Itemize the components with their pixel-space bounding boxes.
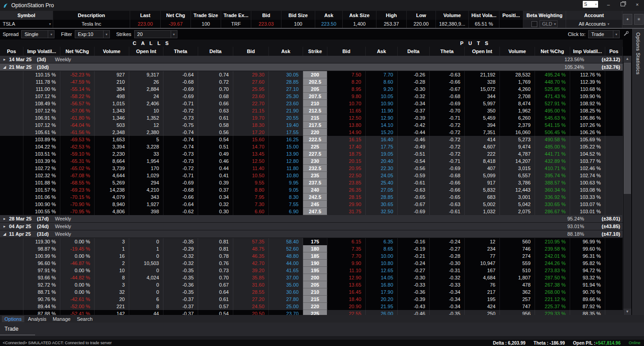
- restore-button[interactable]: [619, 2, 627, 7]
- put-bid-cell[interactable]: 8.20: [327, 78, 366, 85]
- call-bid-cell[interactable]: 6.60: [233, 208, 269, 215]
- call-ask-cell[interactable]: 41.65: [269, 267, 303, 274]
- call-bid-cell[interactable]: 27.60: [233, 78, 269, 85]
- click-to-select[interactable]: Trade▾: [588, 30, 620, 38]
- strike-cell[interactable]: 237.5: [303, 179, 327, 186]
- call-ask-cell[interactable]: 7.55: [269, 201, 303, 208]
- strike-cell[interactable]: 220: [303, 129, 327, 136]
- call-bid-cell[interactable]: 28.55: [233, 288, 269, 296]
- account-select[interactable]: All Accounts▾: [566, 20, 622, 28]
- strike-cell[interactable]: 230: [303, 157, 327, 165]
- help-button[interactable]: ✦: [623, 14, 632, 25]
- put-bid-cell[interactable]: 20.15: [327, 157, 366, 165]
- tab-options[interactable]: Options: [2, 316, 24, 322]
- put-ask-cell[interactable]: 12.65: [366, 267, 398, 274]
- strike-cell[interactable]: 210: [303, 288, 327, 296]
- put-bid-cell[interactable]: 13.65: [327, 281, 366, 288]
- put-ask-cell[interactable]: 19.05: [366, 150, 398, 157]
- call-bid-cell[interactable]: 20.50: [233, 310, 269, 315]
- put-ask-cell[interactable]: 8.60: [366, 78, 398, 85]
- put-ask-cell[interactable]: 8.65: [366, 245, 398, 252]
- call-ask-cell[interactable]: 23.60: [269, 100, 303, 107]
- strike-cell[interactable]: 225: [303, 310, 327, 315]
- strike-cell[interactable]: 222.5: [303, 136, 327, 143]
- put-bid-cell[interactable]: 28.15: [327, 193, 366, 201]
- call-bid-cell[interactable]: 19.70: [233, 114, 269, 121]
- strike-cell[interactable]: 200: [303, 274, 327, 281]
- call-ask-cell[interactable]: 25.30: [269, 93, 303, 100]
- strike-cell[interactable]: 232.5: [303, 165, 327, 172]
- put-bid-cell[interactable]: 6.15: [327, 238, 366, 245]
- put-ask-cell[interactable]: 10.05: [366, 93, 398, 100]
- put-ask-cell[interactable]: 11.90: [366, 107, 398, 114]
- call-bid-cell[interactable]: 27.20: [233, 296, 269, 303]
- call-ask-cell[interactable]: 11.80: [269, 165, 303, 172]
- strike-cell[interactable]: 247.5: [303, 208, 327, 215]
- strike-cell[interactable]: 185: [303, 252, 327, 260]
- strike-cell[interactable]: 190: [303, 260, 327, 267]
- call-ask-cell[interactable]: 8.30: [269, 193, 303, 201]
- strike-cell[interactable]: 227.5: [303, 150, 327, 157]
- put-bid-cell[interactable]: 12.90: [327, 274, 366, 281]
- minimize-button[interactable]: –: [604, 2, 612, 7]
- put-ask-cell[interactable]: 32.50: [366, 208, 398, 215]
- put-bid-cell[interactable]: 20.90: [327, 303, 366, 310]
- put-ask-cell[interactable]: 17.90: [366, 288, 398, 296]
- expiration-group-row[interactable]: ▸14 Mar 25(3d)Weekly123.56%(±23.12): [0, 56, 623, 63]
- call-bid-cell[interactable]: 22.70: [233, 100, 269, 107]
- call-ask-cell[interactable]: 27.80: [269, 296, 303, 303]
- put-ask-cell[interactable]: 30.65: [366, 201, 398, 208]
- expiration-group-row[interactable]: ▸28 Mar 25(17d)Weekly95.24%(±38.01): [0, 215, 623, 223]
- strike-cell[interactable]: 220: [303, 303, 327, 310]
- expiration-group-row[interactable]: ◢11 Apr 25(31d)Weekly88.18%(±47.10): [0, 230, 623, 238]
- strike-cell[interactable]: 215: [303, 296, 327, 303]
- scroll-down-icon[interactable]: ▼: [623, 309, 631, 315]
- call-ask-cell[interactable]: 37.00: [269, 274, 303, 281]
- call-ask-cell[interactable]: 12.80: [269, 157, 303, 165]
- call-bid-cell[interactable]: 11.40: [233, 165, 269, 172]
- put-bid-cell[interactable]: 9.80: [327, 93, 366, 100]
- put-bid-cell[interactable]: 14.90: [327, 129, 366, 136]
- put-bid-cell[interactable]: 7.35: [327, 245, 366, 252]
- put-bid-cell[interactable]: 9.90: [327, 260, 366, 267]
- strike-cell[interactable]: 242.5: [303, 193, 327, 201]
- put-ask-cell[interactable]: 28.85: [366, 193, 398, 201]
- collapse-icon[interactable]: ◢: [0, 230, 9, 238]
- call-ask-cell[interactable]: 16.25: [269, 136, 303, 143]
- put-bid-cell[interactable]: 18.75: [327, 150, 366, 157]
- put-bid-cell[interactable]: 12.50: [327, 114, 366, 121]
- put-bid-cell[interactable]: 11.10: [327, 267, 366, 274]
- tab-manage[interactable]: Manage: [50, 316, 73, 322]
- call-bid-cell[interactable]: 18.30: [233, 121, 269, 129]
- put-ask-cell[interactable]: 16.80: [366, 281, 398, 288]
- call-bid-cell[interactable]: 17.20: [233, 129, 269, 136]
- strike-cell[interactable]: 225: [303, 143, 327, 150]
- tab-analysis[interactable]: Analysis: [25, 316, 49, 322]
- put-bid-cell[interactable]: 7.50: [327, 71, 366, 78]
- quote-value-symbol[interactable]: TSLA▾: [0, 20, 53, 28]
- put-bid-cell[interactable]: 22.50: [327, 172, 366, 179]
- call-bid-cell[interactable]: 46.35: [233, 252, 269, 260]
- call-ask-cell[interactable]: 17.55: [269, 129, 303, 136]
- call-ask-cell[interactable]: 20.55: [269, 114, 303, 121]
- put-bid-cell[interactable]: 20.95: [327, 165, 366, 172]
- call-ask-cell[interactable]: 30.05: [269, 71, 303, 78]
- wrench-icon[interactable]: [623, 31, 629, 37]
- call-bid-cell[interactable]: 23.60: [233, 93, 269, 100]
- put-ask-cell[interactable]: 7.70: [366, 71, 398, 78]
- call-ask-cell[interactable]: 21.90: [269, 107, 303, 114]
- put-bid-cell[interactable]: 7.70: [327, 252, 366, 260]
- call-bid-cell[interactable]: 10.50: [233, 172, 269, 179]
- put-ask-cell[interactable]: 22.30: [366, 165, 398, 172]
- call-ask-cell[interactable]: 28.85: [269, 78, 303, 85]
- collapse-icon[interactable]: ◢: [0, 63, 9, 71]
- expiration-group-row[interactable]: ◢21 Mar 25(10d)105.24%(±32.76): [0, 63, 623, 71]
- call-bid-cell[interactable]: 7.30: [233, 201, 269, 208]
- put-bid-cell[interactable]: 11.65: [327, 107, 366, 114]
- strike-cell[interactable]: 175: [303, 238, 327, 245]
- put-ask-cell[interactable]: 15.20: [366, 129, 398, 136]
- put-ask-cell[interactable]: 27.05: [366, 186, 398, 193]
- put-bid-cell[interactable]: 23.85: [327, 179, 366, 186]
- call-ask-cell[interactable]: 58.40: [269, 238, 303, 245]
- put-ask-cell[interactable]: 17.75: [366, 143, 398, 150]
